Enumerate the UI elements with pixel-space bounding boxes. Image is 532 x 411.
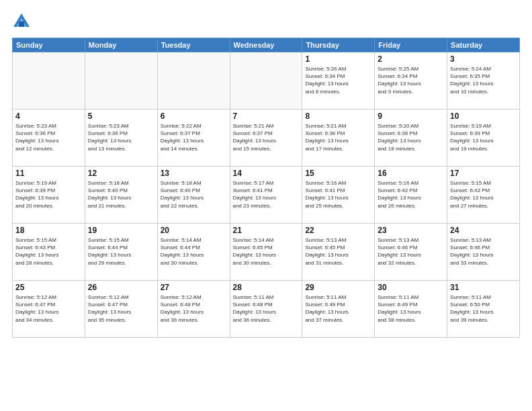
day-cell: 11Sunrise: 5:19 AM Sunset: 6:39 PM Dayli… [13, 167, 85, 224]
day-cell: 9Sunrise: 5:20 AM Sunset: 6:38 PM Daylig… [375, 109, 447, 167]
day-info: Sunrise: 5:26 AM Sunset: 6:34 PM Dayligh… [305, 65, 371, 95]
day-info: Sunrise: 5:14 AM Sunset: 6:45 PM Dayligh… [233, 236, 300, 267]
day-cell: 25Sunrise: 5:12 AM Sunset: 6:47 PM Dayli… [13, 281, 85, 338]
week-row-2: 4Sunrise: 5:23 AM Sunset: 6:36 PM Daylig… [13, 109, 520, 167]
day-cell: 20Sunrise: 5:14 AM Sunset: 6:44 PM Dayli… [157, 224, 230, 281]
day-info: Sunrise: 5:13 AM Sunset: 6:46 PM Dayligh… [450, 236, 517, 267]
day-number: 16 [378, 169, 444, 178]
day-number: 13 [161, 169, 227, 178]
weekday-header-wednesday: Wednesday [230, 38, 302, 52]
day-info: Sunrise: 5:12 AM Sunset: 6:48 PM Dayligh… [161, 293, 227, 324]
day-cell [85, 52, 157, 109]
week-row-3: 11Sunrise: 5:19 AM Sunset: 6:39 PM Dayli… [13, 167, 520, 224]
day-number: 7 [233, 111, 300, 121]
day-info: Sunrise: 5:11 AM Sunset: 6:49 PM Dayligh… [378, 293, 444, 324]
weekday-header-saturday: Saturday [447, 38, 520, 52]
header [12, 12, 520, 31]
day-cell: 3Sunrise: 5:24 AM Sunset: 6:35 PM Daylig… [447, 52, 520, 109]
day-cell: 13Sunrise: 5:18 AM Sunset: 6:40 PM Dayli… [157, 167, 230, 224]
day-info: Sunrise: 5:14 AM Sunset: 6:44 PM Dayligh… [161, 236, 227, 267]
day-number: 27 [161, 283, 227, 292]
day-cell: 24Sunrise: 5:13 AM Sunset: 6:46 PM Dayli… [447, 224, 520, 281]
day-cell: 10Sunrise: 5:19 AM Sunset: 6:39 PM Dayli… [447, 109, 520, 167]
week-row-1: 1Sunrise: 5:26 AM Sunset: 6:34 PM Daylig… [13, 52, 520, 109]
day-info: Sunrise: 5:21 AM Sunset: 6:38 PM Dayligh… [305, 122, 371, 152]
day-cell: 14Sunrise: 5:17 AM Sunset: 6:41 PM Dayli… [230, 167, 302, 224]
day-number: 24 [450, 226, 517, 235]
week-row-4: 18Sunrise: 5:15 AM Sunset: 6:43 PM Dayli… [13, 224, 520, 281]
weekday-header-monday: Monday [85, 38, 157, 52]
weekday-header-sunday: Sunday [13, 38, 85, 52]
day-info: Sunrise: 5:15 AM Sunset: 6:44 PM Dayligh… [88, 236, 154, 267]
week-row-5: 25Sunrise: 5:12 AM Sunset: 6:47 PM Dayli… [13, 281, 520, 338]
calendar-table: SundayMondayTuesdayWednesdayThursdayFrid… [12, 38, 520, 338]
day-info: Sunrise: 5:25 AM Sunset: 6:34 PM Dayligh… [378, 65, 444, 95]
day-info: Sunrise: 5:18 AM Sunset: 6:40 PM Dayligh… [161, 179, 227, 210]
day-cell [13, 52, 85, 109]
day-number: 25 [15, 283, 82, 292]
day-cell: 5Sunrise: 5:23 AM Sunset: 6:36 PM Daylig… [85, 109, 157, 167]
day-cell: 18Sunrise: 5:15 AM Sunset: 6:43 PM Dayli… [13, 224, 85, 281]
day-number: 29 [305, 283, 371, 292]
day-number: 17 [450, 169, 517, 178]
day-cell: 23Sunrise: 5:13 AM Sunset: 6:46 PM Dayli… [375, 224, 447, 281]
weekday-header-thursday: Thursday [302, 38, 375, 52]
day-info: Sunrise: 5:11 AM Sunset: 6:48 PM Dayligh… [233, 293, 300, 324]
day-number: 14 [233, 169, 300, 178]
day-number: 23 [378, 226, 444, 235]
day-number: 3 [450, 54, 517, 64]
day-number: 2 [378, 54, 444, 64]
day-cell: 4Sunrise: 5:23 AM Sunset: 6:36 PM Daylig… [13, 109, 85, 167]
day-number: 19 [88, 226, 154, 235]
day-cell: 19Sunrise: 5:15 AM Sunset: 6:44 PM Dayli… [85, 224, 157, 281]
day-info: Sunrise: 5:11 AM Sunset: 6:49 PM Dayligh… [305, 293, 371, 324]
day-cell: 6Sunrise: 5:22 AM Sunset: 6:37 PM Daylig… [157, 109, 230, 167]
day-cell: 2Sunrise: 5:25 AM Sunset: 6:34 PM Daylig… [375, 52, 447, 109]
weekday-header-tuesday: Tuesday [157, 38, 230, 52]
weekday-header-friday: Friday [375, 38, 447, 52]
day-cell: 12Sunrise: 5:18 AM Sunset: 6:40 PM Dayli… [85, 167, 157, 224]
day-number: 6 [161, 111, 227, 121]
day-info: Sunrise: 5:18 AM Sunset: 6:40 PM Dayligh… [88, 179, 154, 210]
day-cell: 8Sunrise: 5:21 AM Sunset: 6:38 PM Daylig… [302, 109, 375, 167]
day-cell: 16Sunrise: 5:16 AM Sunset: 6:42 PM Dayli… [375, 167, 447, 224]
day-info: Sunrise: 5:23 AM Sunset: 6:36 PM Dayligh… [15, 122, 82, 152]
day-cell: 1Sunrise: 5:26 AM Sunset: 6:34 PM Daylig… [302, 52, 375, 109]
day-info: Sunrise: 5:16 AM Sunset: 6:41 PM Dayligh… [305, 179, 371, 210]
day-number: 1 [305, 54, 371, 64]
page: SundayMondayTuesdayWednesdayThursdayFrid… [0, 0, 532, 411]
day-cell: 26Sunrise: 5:12 AM Sunset: 6:47 PM Dayli… [85, 281, 157, 338]
day-number: 31 [450, 283, 517, 292]
day-info: Sunrise: 5:19 AM Sunset: 6:39 PM Dayligh… [450, 122, 517, 152]
day-cell: 7Sunrise: 5:21 AM Sunset: 6:37 PM Daylig… [230, 109, 302, 167]
day-cell: 29Sunrise: 5:11 AM Sunset: 6:49 PM Dayli… [302, 281, 375, 338]
day-info: Sunrise: 5:13 AM Sunset: 6:46 PM Dayligh… [378, 236, 444, 267]
day-info: Sunrise: 5:17 AM Sunset: 6:41 PM Dayligh… [233, 179, 300, 210]
day-number: 5 [88, 111, 154, 121]
day-number: 30 [378, 283, 444, 292]
day-cell: 22Sunrise: 5:13 AM Sunset: 6:45 PM Dayli… [302, 224, 375, 281]
day-number: 4 [15, 111, 82, 121]
day-info: Sunrise: 5:19 AM Sunset: 6:39 PM Dayligh… [15, 179, 82, 210]
day-info: Sunrise: 5:20 AM Sunset: 6:38 PM Dayligh… [378, 122, 444, 152]
day-cell: 27Sunrise: 5:12 AM Sunset: 6:48 PM Dayli… [157, 281, 230, 338]
day-info: Sunrise: 5:12 AM Sunset: 6:47 PM Dayligh… [88, 293, 154, 324]
day-cell [157, 52, 230, 109]
day-cell: 15Sunrise: 5:16 AM Sunset: 6:41 PM Dayli… [302, 167, 375, 224]
day-number: 8 [305, 111, 371, 121]
day-cell: 31Sunrise: 5:11 AM Sunset: 6:50 PM Dayli… [447, 281, 520, 338]
day-number: 11 [15, 169, 82, 178]
day-info: Sunrise: 5:16 AM Sunset: 6:42 PM Dayligh… [378, 179, 444, 210]
day-info: Sunrise: 5:13 AM Sunset: 6:45 PM Dayligh… [305, 236, 371, 267]
svg-rect-2 [19, 21, 24, 27]
day-number: 26 [88, 283, 154, 292]
day-number: 9 [378, 111, 444, 121]
weekday-header-row: SundayMondayTuesdayWednesdayThursdayFrid… [13, 38, 520, 52]
day-number: 21 [233, 226, 300, 235]
logo [12, 12, 34, 31]
day-number: 15 [305, 169, 371, 178]
day-number: 12 [88, 169, 154, 178]
day-number: 22 [305, 226, 371, 235]
day-info: Sunrise: 5:23 AM Sunset: 6:36 PM Dayligh… [88, 122, 154, 152]
day-info: Sunrise: 5:11 AM Sunset: 6:50 PM Dayligh… [450, 293, 517, 324]
